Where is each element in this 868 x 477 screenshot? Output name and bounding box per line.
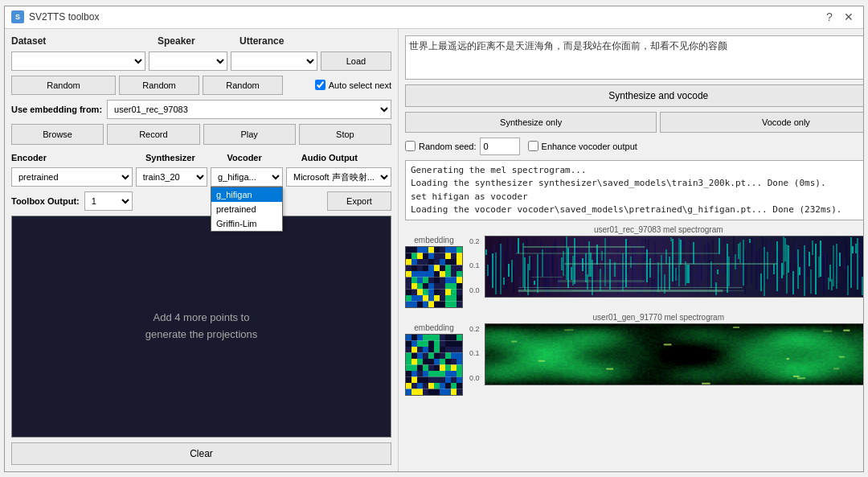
vocoder-dropdown-container: g_hifiga... g_hifigan pretrained Griffin… — [211, 167, 283, 187]
synthesizer-label: Synthesizer — [145, 153, 221, 162]
column-labels: Dataset Speaker Utterance — [11, 35, 391, 47]
toolbox-row: Toolbox Output: 1 Export — [11, 191, 391, 211]
encoder-dropdown[interactable]: pretrained — [11, 167, 133, 187]
spec1-embed-label: embedding — [405, 236, 463, 245]
close-button[interactable]: ✕ — [841, 9, 857, 25]
spec2-mel-section — [485, 323, 863, 385]
spectrogram-2-section: user01_gen_91770 mel spectrogram embeddi… — [405, 313, 863, 396]
projection-area: Add 4 more points togenerate the project… — [11, 216, 391, 438]
play-button[interactable]: Play — [203, 124, 296, 145]
spec2-embed-section: embedding — [405, 323, 463, 396]
synthesizer-dropdown[interactable]: train3_20 — [136, 167, 207, 187]
browse-button[interactable]: Browse — [11, 124, 104, 145]
random-dataset-button[interactable]: Random — [11, 76, 116, 95]
log-line-4: Loading the vocoder vocoder\saved_models… — [411, 204, 863, 217]
spec2-embed-label: embedding — [405, 323, 463, 332]
actions-row: Browse Record Play Stop — [11, 124, 391, 145]
help-button[interactable]: ? — [821, 9, 837, 25]
embedding-row: Use embedding from: user01_rec_97083 — [11, 100, 391, 119]
vocoder-label: Vocoder — [227, 153, 295, 162]
text-input[interactable]: 世界上最遥远的距离不是天涯海角，而是我站在你面前，却看不见你的容颜 — [405, 35, 863, 80]
content-area: Dataset Speaker Utterance Load Random Ra… — [5, 29, 863, 471]
random-seed-group: Random seed: — [405, 138, 520, 155]
random-utterance-button[interactable]: Random — [203, 76, 283, 95]
spec1-mel-canvas — [485, 236, 863, 298]
spec2-embed-canvas — [405, 334, 463, 396]
encoder-labels-row: Encoder Synthesizer Vocoder Audio Output — [11, 153, 391, 162]
spec1-pair: embedding 0.2 0.1 0.0 — [405, 236, 863, 308]
title-bar: S SV2TTS toolbox ? ✕ — [5, 6, 863, 29]
log-line-1: Generating the mel spectrogram... — [411, 164, 863, 178]
clear-button[interactable]: Clear — [11, 442, 391, 465]
dataset-dropdowns-row: Load — [11, 51, 391, 71]
spectrogram-1-section: user01_rec_97083 mel spectrogram embeddi… — [405, 225, 863, 308]
log-line-3: set hifigan as vocoder — [411, 191, 863, 204]
synthesize-only-button[interactable]: Synthesize only — [405, 112, 657, 133]
auto-select-group: Auto select next — [315, 80, 391, 90]
audio-output-dropdown[interactable]: Microsoft 声音映射... — [286, 167, 391, 187]
toolbox-output-dropdown[interactable]: 1 — [84, 191, 133, 211]
enhance-label: Enhance vocoder output — [542, 142, 637, 151]
vocoder-dropdown[interactable]: g_hifiga... — [211, 167, 283, 187]
vocoder-option-griffinlim[interactable]: Griffin-Lim — [211, 216, 282, 231]
export-button[interactable]: Export — [327, 191, 391, 211]
embedding-from-label: Use embedding from: — [11, 105, 102, 114]
enhance-group: Enhance vocoder output — [528, 141, 637, 151]
embedding-dropdown[interactable]: user01_rec_97083 — [107, 100, 391, 119]
record-button[interactable]: Record — [107, 124, 199, 145]
spec1-embed-canvas — [405, 246, 463, 308]
spec1-title: user01_rec_97083 mel spectrogram — [405, 225, 863, 234]
random-row: Random Random Random Auto select next — [11, 76, 391, 95]
audio-output-label: Audio Output — [301, 153, 391, 162]
colorscale-1: 0.2 0.1 0.0 — [469, 236, 480, 296]
toolbox-output-label: Toolbox Output: — [11, 196, 80, 206]
vocoder-option-pretrained[interactable]: pretrained — [211, 202, 282, 216]
window-title: SV2TTS toolbox — [29, 11, 99, 23]
left-panel: Dataset Speaker Utterance Load Random Ra… — [5, 29, 399, 471]
vocode-only-button[interactable]: Vocode only — [660, 112, 863, 133]
seed-row: Random seed: Enhance vocoder output — [405, 138, 863, 155]
log-line-5: Done! — [411, 217, 863, 220]
vocoder-popup: g_hifigan pretrained Griffin-Lim — [211, 187, 283, 232]
encoder-dropdowns-row: pretrained train3_20 g_hifiga... g_hifig… — [11, 167, 391, 187]
dataset-dropdown[interactable] — [11, 51, 145, 71]
spec2-mel-canvas — [485, 323, 863, 385]
encoder-label: Encoder — [11, 153, 139, 162]
stop-button[interactable]: Stop — [299, 124, 391, 145]
app-icon: S — [11, 10, 24, 23]
colorscale-2: 0.2 0.1 0.0 — [469, 323, 480, 384]
right-panel: 世界上最遥远的距离不是天涯海角，而是我站在你面前，却看不见你的容颜 Synthe… — [399, 29, 863, 471]
speaker-dropdown[interactable] — [149, 51, 227, 71]
projection-placeholder: Add 4 more points togenerate the project… — [145, 310, 257, 343]
auto-select-label: Auto select next — [329, 80, 391, 90]
auto-select-checkbox[interactable] — [315, 80, 326, 90]
spec1-mel-section — [485, 236, 863, 298]
speaker-label: Speaker — [158, 35, 230, 47]
random-speaker-button[interactable]: Random — [119, 76, 199, 95]
utterance-label: Utterance — [240, 35, 320, 47]
random-seed-input[interactable] — [480, 138, 520, 155]
spec1-embed-section: embedding — [405, 236, 463, 308]
load-button[interactable]: Load — [321, 51, 391, 71]
main-window: S SV2TTS toolbox ? ✕ Dataset Speaker Utt… — [4, 6, 864, 472]
enhance-checkbox[interactable] — [528, 141, 538, 151]
spec2-pair: embedding 0.2 0.1 0.0 — [405, 323, 863, 396]
log-area: Generating the mel spectrogram... Loadin… — [405, 160, 863, 220]
spec2-title: user01_gen_91770 mel spectrogram — [405, 313, 863, 322]
utterance-dropdown[interactable] — [231, 51, 317, 71]
log-line-2: Loading the synthesizer synthesizer\save… — [411, 177, 863, 191]
dataset-label: Dataset — [11, 35, 148, 47]
random-seed-checkbox[interactable] — [405, 141, 416, 151]
vocoder-option-ghifigan[interactable]: g_hifigan — [211, 187, 282, 202]
synth-buttons-row: Synthesize only Vocode only — [405, 112, 863, 133]
random-seed-label: Random seed: — [419, 142, 477, 151]
synthesize-and-vocode-button[interactable]: Synthesize and vocode — [405, 84, 863, 107]
